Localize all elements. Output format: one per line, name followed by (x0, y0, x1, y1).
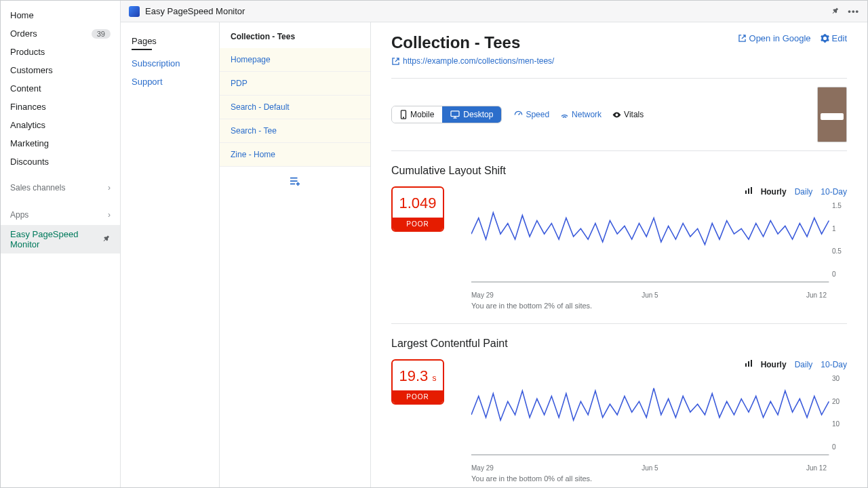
network-icon (560, 110, 569, 119)
nav-discounts[interactable]: Discounts (1, 152, 120, 171)
chevron-right-icon: › (108, 210, 111, 220)
page-item-search-default[interactable]: Search - Default (220, 96, 370, 119)
nav-orders[interactable]: Orders 39 (1, 24, 120, 43)
eye-icon (612, 110, 621, 119)
edit-link[interactable]: Edit (821, 33, 847, 43)
lcp-value: 19.3 s (393, 361, 443, 390)
more-icon[interactable]: ••• (848, 6, 859, 17)
chart-type-icon[interactable] (745, 359, 753, 369)
nav-apps[interactable]: Apps › (1, 205, 120, 225)
lcp-status: POOR (393, 390, 443, 403)
page-item-homepage[interactable]: Homepage (220, 48, 370, 72)
svg-rect-8 (748, 361, 749, 367)
nav-analytics[interactable]: Analytics (1, 116, 120, 134)
gear-icon (821, 34, 829, 43)
app-title: Easy PageSpeed Monitor (145, 6, 245, 16)
cls-status: POOR (393, 218, 443, 230)
secondary-sidebar: Pages Subscription Support (121, 22, 220, 487)
add-list-icon (289, 176, 301, 186)
orders-badge: 39 (92, 29, 111, 39)
mobile-icon (400, 110, 407, 119)
metric-title: Largest Contentful Paint (391, 338, 847, 350)
cls-chart: 1.510.50 (471, 202, 847, 290)
range-10day[interactable]: 10-Day (821, 360, 847, 369)
lcp-score-card: 19.3 s POOR (391, 359, 444, 405)
app-logo-icon (129, 6, 140, 17)
svg-rect-2 (451, 111, 459, 117)
cls-score-card: 1.049 POOR (391, 186, 444, 232)
nav-marketing[interactable]: Marketing (1, 134, 120, 152)
page-url-link[interactable]: https://example.com/collections/men-tees… (391, 56, 554, 66)
svg-rect-3 (745, 190, 747, 194)
tab-pages[interactable]: Pages (121, 32, 219, 54)
chart-type-icon[interactable] (745, 186, 753, 197)
detail-pane: Collection - Tees https://example.com/co… (371, 22, 867, 487)
page-thumbnail (817, 87, 847, 142)
tab-subscription[interactable]: Subscription (121, 54, 219, 73)
tab-support[interactable]: Support (121, 73, 219, 91)
svg-rect-5 (751, 187, 752, 194)
nav-current-app[interactable]: Easy PageSpeed Monitor (1, 225, 120, 253)
device-mobile-button[interactable]: Mobile (392, 106, 442, 123)
range-10day[interactable]: 10-Day (821, 187, 847, 197)
page-item-zine-home[interactable]: Zine - Home (220, 143, 370, 167)
nav-sales-channels[interactable]: Sales channels › (1, 178, 120, 198)
desktop-icon (450, 110, 460, 119)
pages-header: Collection - Tees (220, 22, 370, 48)
nav-customers[interactable]: Customers (1, 61, 120, 79)
range-hourly[interactable]: Hourly (761, 187, 787, 197)
svg-rect-7 (745, 363, 747, 367)
chevron-right-icon: › (108, 183, 111, 192)
tab-vitals[interactable]: Vitals (612, 110, 644, 119)
lcp-chart: 3020100 (471, 375, 847, 463)
page-item-search-tee[interactable]: Search - Tee (220, 119, 370, 143)
pin-icon (102, 234, 111, 245)
metric-lcp: Largest Contentful Paint 19.3 s POOR Hou… (391, 338, 847, 487)
svg-rect-4 (748, 188, 749, 194)
nav-products[interactable]: Products (1, 43, 120, 61)
tab-speed[interactable]: Speed (514, 110, 549, 119)
nav-home[interactable]: Home (1, 6, 120, 24)
lcp-note: You are in the bottom 0% of all sites. (471, 474, 847, 483)
cls-note: You are in the bottom 2% of all sites. (471, 302, 847, 310)
topbar: Easy PageSpeed Monitor ••• (121, 1, 867, 22)
device-toggle: Mobile Desktop (391, 106, 502, 123)
pages-column: Collection - Tees Homepage PDP Search - … (220, 22, 371, 487)
range-hourly[interactable]: Hourly (761, 360, 787, 369)
nav-content[interactable]: Content (1, 79, 120, 98)
open-in-google-link[interactable]: Open in Google (738, 33, 811, 43)
range-daily[interactable]: Daily (795, 360, 813, 369)
metric-title: Cumulative Layout Shift (391, 165, 847, 177)
svg-rect-9 (751, 360, 752, 367)
range-daily[interactable]: Daily (795, 187, 813, 197)
external-link-icon (738, 34, 747, 43)
primary-sidebar: Home Orders 39 Products Customers Conten… (1, 1, 121, 487)
speed-icon (514, 110, 523, 119)
add-page-button[interactable] (220, 167, 370, 195)
pin-icon[interactable] (831, 6, 840, 17)
nav-finances[interactable]: Finances (1, 98, 120, 116)
svg-point-1 (403, 117, 404, 118)
tab-network[interactable]: Network (560, 110, 601, 119)
metric-cls: Cumulative Layout Shift 1.049 POOR Hourl… (391, 165, 847, 324)
page-item-pdp[interactable]: PDP (220, 72, 370, 96)
device-desktop-button[interactable]: Desktop (442, 106, 501, 123)
external-link-icon (391, 57, 400, 66)
cls-value: 1.049 (393, 188, 443, 218)
page-title: Collection - Tees (391, 33, 554, 52)
